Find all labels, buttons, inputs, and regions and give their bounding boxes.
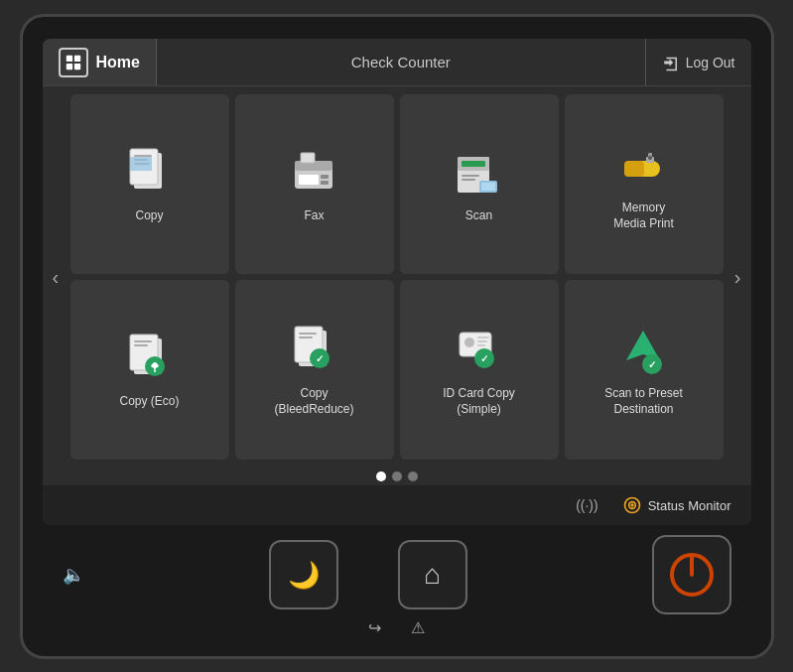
svg-rect-2 bbox=[66, 63, 71, 68]
power-button[interactable] bbox=[652, 535, 731, 614]
speaker-icon: 🔈 bbox=[63, 564, 84, 586]
page-dot-2[interactable] bbox=[392, 471, 402, 481]
svg-point-27 bbox=[648, 156, 652, 160]
svg-rect-24 bbox=[624, 161, 644, 177]
svg-text:✓: ✓ bbox=[648, 359, 656, 370]
svg-rect-13 bbox=[321, 175, 329, 179]
grid-item-copy-eco[interactable]: Copy (Eco) bbox=[70, 280, 229, 460]
svg-rect-43 bbox=[477, 340, 487, 342]
home-icon-box bbox=[59, 48, 88, 77]
id-card-label: ID Card Copy (Simple) bbox=[443, 386, 515, 417]
home-button-icon: ⌂ bbox=[424, 559, 441, 591]
sleep-button[interactable]: 🌙 bbox=[269, 540, 338, 609]
grid-item-id-card[interactable]: ✓ ID Card Copy (Simple) bbox=[400, 280, 559, 460]
svg-rect-30 bbox=[134, 340, 152, 342]
copy-bleed-label: Copy (BleedReduce) bbox=[274, 386, 353, 417]
status-monitor-button[interactable]: Status Monitor bbox=[614, 491, 739, 519]
svg-rect-42 bbox=[477, 336, 489, 338]
id-card-icon-area: ✓ bbox=[450, 323, 509, 382]
svg-point-41 bbox=[464, 337, 474, 347]
svg-rect-3 bbox=[73, 63, 79, 68]
svg-rect-20 bbox=[462, 179, 475, 181]
grid-item-scan-preset[interactable]: ✓ Scan to Preset Destination bbox=[565, 280, 724, 460]
screen: Home Check Counter Log Out ‹ bbox=[43, 39, 751, 525]
logout-button[interactable]: Log Out bbox=[645, 39, 751, 85]
home-button[interactable]: ⌂ bbox=[398, 540, 467, 609]
sleep-icon: 🌙 bbox=[288, 560, 320, 591]
memory-icon-area bbox=[614, 137, 674, 197]
grid-area: ‹ Copy bbox=[43, 86, 751, 468]
copy-label: Copy bbox=[135, 208, 163, 224]
copy-eco-icon-area bbox=[120, 331, 180, 390]
svg-text:✓: ✓ bbox=[480, 353, 488, 364]
grid-item-memory[interactable]: Memory Media Print bbox=[565, 94, 724, 274]
svg-rect-22 bbox=[481, 183, 495, 191]
copy-bleed-icon-area: ✓ bbox=[285, 323, 344, 382]
copy-eco-label: Copy (Eco) bbox=[119, 394, 179, 410]
device-frame: Home Check Counter Log Out ‹ bbox=[20, 14, 774, 659]
header-home[interactable]: Home bbox=[43, 39, 157, 85]
copy-icon-area bbox=[120, 145, 180, 204]
grid-item-scan[interactable]: Scan bbox=[400, 94, 559, 274]
svg-rect-6 bbox=[134, 155, 152, 157]
svg-rect-15 bbox=[301, 153, 315, 163]
svg-rect-0 bbox=[66, 55, 71, 61]
grid-item-copy-bleed[interactable]: ✓ Copy (BleedReduce) bbox=[235, 280, 394, 460]
svg-rect-1 bbox=[73, 55, 79, 61]
pagination bbox=[43, 468, 751, 485]
svg-rect-12 bbox=[299, 175, 319, 185]
status-bar: ((·)) Status Monitor bbox=[43, 485, 751, 525]
warning-icon: ⚠ bbox=[411, 618, 425, 637]
grid-item-copy[interactable]: Copy bbox=[70, 94, 229, 274]
status-monitor-label: Status Monitor bbox=[648, 498, 731, 513]
scan-label: Scan bbox=[465, 208, 492, 224]
svg-rect-18 bbox=[462, 161, 485, 167]
fax-icon-area bbox=[285, 145, 344, 204]
wifi-icon-symbol: ((·)) bbox=[576, 497, 598, 513]
home-label: Home bbox=[96, 54, 140, 71]
svg-rect-14 bbox=[321, 181, 329, 185]
wifi-status: ((·)) bbox=[576, 497, 598, 513]
page-dot-3[interactable] bbox=[408, 471, 418, 481]
nav-left-arrow[interactable]: ‹ bbox=[47, 260, 66, 295]
svg-rect-44 bbox=[477, 344, 485, 346]
header: Home Check Counter Log Out bbox=[43, 39, 751, 86]
svg-rect-19 bbox=[462, 175, 479, 177]
forward-icon: ↪ bbox=[368, 618, 381, 637]
grid-item-fax[interactable]: Fax bbox=[235, 94, 394, 274]
scan-preset-label: Scan to Preset Destination bbox=[604, 386, 683, 417]
fax-label: Fax bbox=[304, 208, 324, 224]
svg-rect-31 bbox=[134, 344, 148, 346]
page-dot-1[interactable] bbox=[376, 471, 386, 481]
app-grid: Copy Fax bbox=[70, 94, 724, 460]
logout-label: Log Out bbox=[686, 55, 735, 70]
check-counter-button[interactable]: Check Counter bbox=[157, 39, 645, 85]
nav-right-arrow[interactable]: › bbox=[728, 260, 747, 295]
scan-icon-area bbox=[450, 145, 509, 204]
svg-text:✓: ✓ bbox=[316, 353, 324, 364]
check-counter-label: Check Counter bbox=[351, 54, 451, 70]
svg-rect-36 bbox=[299, 333, 317, 335]
svg-point-52 bbox=[631, 504, 633, 506]
svg-rect-9 bbox=[130, 157, 152, 171]
scan-preset-icon-area: ✓ bbox=[614, 323, 674, 382]
svg-rect-37 bbox=[299, 336, 313, 338]
memory-label: Memory Media Print bbox=[613, 201, 674, 231]
bottom-controls: 🔈 🌙 ⌂ bbox=[43, 535, 751, 614]
